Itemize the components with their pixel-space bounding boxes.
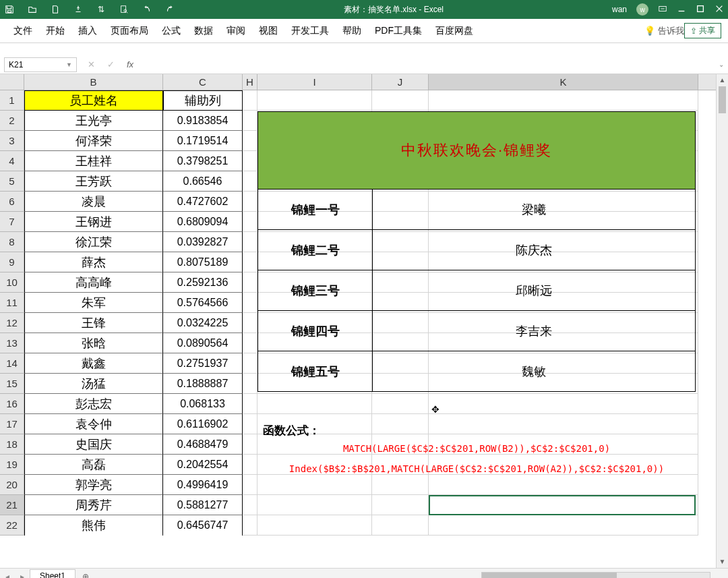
cell-helper[interactable]: 0.3798251 (163, 151, 243, 171)
cell[interactable] (372, 475, 429, 495)
tab-help[interactable]: 帮助 (336, 19, 368, 42)
cell[interactable] (243, 475, 257, 495)
cell[interactable] (243, 455, 257, 475)
cell-name[interactable]: 高高峰 (24, 272, 163, 293)
row-header[interactable]: 14 (0, 353, 24, 374)
cell[interactable] (243, 333, 257, 353)
row-header[interactable]: 18 (0, 434, 24, 455)
cell[interactable] (243, 434, 257, 455)
row-header[interactable]: 2 (0, 111, 24, 131)
tab-file[interactable]: 文件 (7, 19, 39, 42)
cell-helper[interactable]: 0.068133 (163, 394, 243, 414)
col-header-C[interactable]: C (163, 74, 243, 90)
cell[interactable] (243, 495, 257, 515)
cell[interactable] (243, 232, 257, 252)
cell[interactable] (257, 475, 372, 495)
row-header[interactable]: 22 (0, 515, 24, 536)
cell[interactable] (372, 414, 429, 434)
cell-name[interactable]: 王桂祥 (24, 151, 163, 171)
cell-name[interactable]: 王光亭 (24, 111, 163, 131)
tab-insert[interactable]: 插入 (71, 19, 104, 42)
formula-input[interactable] (144, 57, 715, 72)
cell-helper[interactable]: 0.1719514 (163, 131, 243, 151)
cell[interactable] (243, 293, 257, 313)
cell-name[interactable]: 王芳跃 (24, 171, 163, 192)
cell-helper[interactable]: 0.0392827 (163, 232, 243, 252)
undo-icon[interactable] (142, 5, 152, 14)
tab-developer[interactable]: 开发工具 (284, 19, 336, 42)
row-header[interactable]: 8 (0, 232, 24, 252)
scroll-down-icon[interactable]: ▼ (717, 556, 728, 568)
cell[interactable] (243, 252, 257, 272)
row-header[interactable]: 12 (0, 313, 24, 333)
sheet-tab-1[interactable]: Sheet1 (30, 569, 75, 578)
row-header[interactable]: 17 (0, 414, 24, 434)
name-box[interactable]: K21 ▼ (4, 57, 77, 72)
tab-review[interactable]: 审阅 (220, 19, 252, 42)
cell-helper[interactable]: 辅助列 (163, 90, 243, 111)
new-icon[interactable] (50, 5, 61, 14)
cell[interactable] (243, 171, 257, 192)
cell-name[interactable]: 袁令仲 (24, 414, 163, 434)
cell-name[interactable]: 周秀芹 (24, 495, 163, 515)
cell[interactable] (372, 495, 429, 515)
confirm-icon[interactable]: ✓ (107, 59, 115, 69)
cell[interactable] (429, 495, 698, 515)
cell[interactable] (429, 394, 698, 414)
cell[interactable] (257, 394, 372, 414)
row-header[interactable]: 16 (0, 394, 24, 414)
row-header[interactable]: 3 (0, 131, 24, 151)
cell[interactable] (243, 414, 257, 434)
cell[interactable] (257, 515, 372, 536)
chevron-down-icon[interactable]: ▼ (66, 61, 72, 68)
redo-icon[interactable] (164, 5, 175, 14)
close-icon[interactable] (715, 4, 724, 16)
cell[interactable] (243, 353, 257, 374)
cell[interactable] (243, 272, 257, 293)
cell[interactable] (429, 414, 698, 434)
cell[interactable] (243, 212, 257, 232)
cell-helper[interactable]: 0.6456747 (163, 515, 243, 536)
touch-icon[interactable] (73, 5, 84, 14)
cell-helper[interactable]: 0.9183854 (163, 111, 243, 131)
cell-helper[interactable]: 0.4727602 (163, 192, 243, 212)
cell[interactable] (429, 515, 698, 536)
sheet-nav-next-icon[interactable]: ▸ (15, 572, 30, 579)
cell-helper[interactable]: 0.2592136 (163, 272, 243, 293)
preview-icon[interactable] (119, 5, 129, 14)
col-header-J[interactable]: J (372, 74, 429, 90)
cell-name[interactable]: 郭学亮 (24, 475, 163, 495)
cell-name[interactable]: 何泽荣 (24, 131, 163, 151)
cell[interactable] (243, 131, 257, 151)
cell-name[interactable]: 徐江荣 (24, 232, 163, 252)
col-header-I[interactable]: I (257, 74, 372, 90)
cell[interactable] (243, 90, 257, 111)
cell[interactable] (243, 192, 257, 212)
user-avatar[interactable]: w (636, 3, 648, 16)
row-header[interactable]: 1 (0, 90, 24, 111)
cell-name[interactable]: 王钢进 (24, 212, 163, 232)
cell[interactable] (257, 495, 372, 515)
row-header[interactable]: 6 (0, 192, 24, 212)
select-all-corner[interactable] (0, 74, 24, 90)
tab-baidu[interactable]: 百度网盘 (429, 19, 480, 42)
cell-helper[interactable]: 0.5881277 (163, 495, 243, 515)
sort-icon[interactable]: ⇅ (96, 5, 107, 14)
cell[interactable] (429, 475, 698, 495)
cell-name[interactable]: 薛杰 (24, 252, 163, 272)
cell-helper[interactable]: 0.6809094 (163, 212, 243, 232)
row-header[interactable]: 4 (0, 151, 24, 171)
horizontal-scrollbar[interactable] (96, 572, 716, 579)
col-header-H[interactable]: H (243, 74, 257, 90)
cell[interactable] (372, 394, 429, 414)
ribbon-options-icon[interactable] (658, 4, 667, 16)
cancel-icon[interactable]: ✕ (88, 59, 95, 69)
cell[interactable] (243, 515, 257, 536)
share-button[interactable]: ⇪ 共享 (684, 23, 721, 38)
cell-helper[interactable]: 0.0890564 (163, 333, 243, 353)
row-header[interactable]: 10 (0, 272, 24, 293)
fx-icon[interactable]: fx (127, 59, 133, 69)
cell-name[interactable]: 史国庆 (24, 434, 163, 455)
cell[interactable] (243, 374, 257, 394)
tab-home[interactable]: 开始 (39, 19, 71, 42)
